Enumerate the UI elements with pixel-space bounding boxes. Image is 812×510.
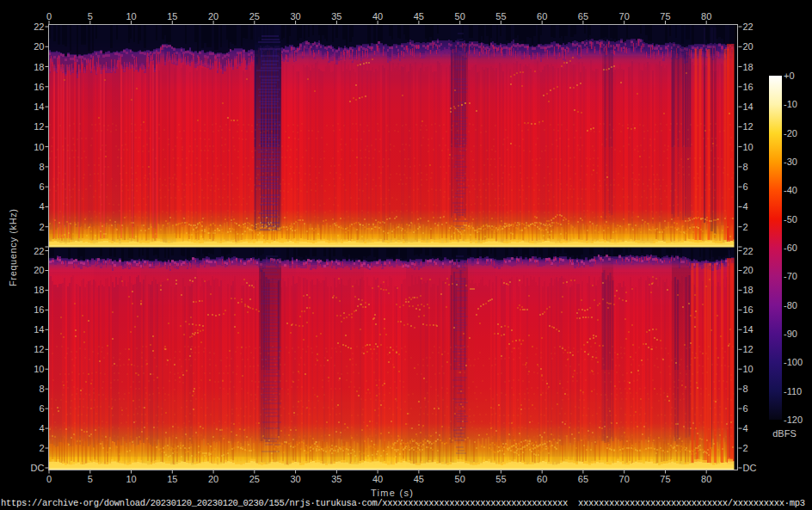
svg-text:8: 8 bbox=[743, 384, 748, 394]
svg-text:4: 4 bbox=[743, 201, 748, 212]
svg-text:https://archive·org/download/2: https://archive·org/download/20230120_20… bbox=[1, 498, 805, 508]
svg-text:10: 10 bbox=[126, 11, 136, 22]
svg-text:22: 22 bbox=[743, 246, 754, 256]
svg-text:80: 80 bbox=[701, 11, 711, 22]
svg-text:45: 45 bbox=[414, 474, 424, 484]
svg-text:20: 20 bbox=[208, 474, 218, 484]
svg-text:65: 65 bbox=[578, 11, 588, 22]
svg-text:18: 18 bbox=[34, 62, 44, 72]
svg-text:8: 8 bbox=[743, 162, 748, 172]
svg-text:30: 30 bbox=[290, 11, 300, 22]
svg-text:20: 20 bbox=[34, 265, 44, 275]
svg-text:6: 6 bbox=[743, 181, 748, 192]
svg-text:55: 55 bbox=[495, 11, 506, 22]
svg-text:-120: -120 bbox=[784, 415, 803, 425]
svg-text:55: 55 bbox=[495, 474, 506, 484]
svg-text:12: 12 bbox=[743, 121, 754, 132]
svg-text:70: 70 bbox=[619, 474, 630, 484]
svg-text:-30: -30 bbox=[784, 157, 797, 167]
svg-text:20: 20 bbox=[743, 265, 754, 275]
svg-text:15: 15 bbox=[167, 11, 177, 22]
svg-text:16: 16 bbox=[743, 82, 754, 92]
svg-text:22: 22 bbox=[34, 22, 44, 32]
svg-text:2: 2 bbox=[39, 222, 44, 232]
svg-text:DC: DC bbox=[31, 463, 45, 473]
svg-text:25: 25 bbox=[249, 474, 260, 484]
svg-text:18: 18 bbox=[743, 62, 754, 72]
svg-text:14: 14 bbox=[743, 101, 754, 112]
svg-text:18: 18 bbox=[34, 285, 44, 295]
svg-text:10: 10 bbox=[743, 142, 754, 152]
svg-text:60: 60 bbox=[537, 474, 547, 484]
svg-text:25: 25 bbox=[249, 11, 260, 22]
svg-text:80: 80 bbox=[701, 474, 711, 484]
svg-text:4: 4 bbox=[743, 423, 748, 433]
svg-text:14: 14 bbox=[34, 324, 44, 335]
svg-text:40: 40 bbox=[372, 474, 383, 484]
svg-text:0: 0 bbox=[46, 11, 52, 22]
svg-text:70: 70 bbox=[619, 11, 630, 22]
svg-text:-100: -100 bbox=[784, 357, 803, 367]
svg-text:75: 75 bbox=[660, 11, 670, 22]
svg-text:50: 50 bbox=[455, 11, 465, 22]
svg-text:10: 10 bbox=[34, 364, 44, 374]
svg-text:20: 20 bbox=[743, 41, 754, 52]
svg-text:10: 10 bbox=[34, 142, 44, 152]
svg-text:50: 50 bbox=[455, 474, 465, 484]
svg-text:-20: -20 bbox=[784, 128, 797, 138]
svg-text:-50: -50 bbox=[784, 214, 797, 224]
svg-text:12: 12 bbox=[743, 344, 754, 354]
svg-text:35: 35 bbox=[331, 474, 341, 484]
svg-text:8: 8 bbox=[39, 384, 44, 394]
svg-text:15: 15 bbox=[167, 474, 177, 484]
svg-text:30: 30 bbox=[290, 474, 300, 484]
svg-text:DC: DC bbox=[743, 463, 757, 473]
svg-text:16: 16 bbox=[743, 304, 754, 315]
svg-text:Time (s): Time (s) bbox=[371, 488, 413, 498]
svg-text:2: 2 bbox=[39, 443, 44, 453]
svg-text:0: 0 bbox=[46, 474, 52, 484]
svg-text:60: 60 bbox=[537, 11, 547, 22]
svg-text:2: 2 bbox=[743, 443, 748, 453]
svg-text:6: 6 bbox=[39, 403, 44, 414]
svg-text:8: 8 bbox=[39, 162, 44, 172]
svg-text:65: 65 bbox=[578, 474, 588, 484]
svg-text:22: 22 bbox=[34, 246, 44, 256]
svg-text:+0: +0 bbox=[784, 71, 795, 81]
svg-text:-70: -70 bbox=[784, 271, 797, 281]
svg-text:20: 20 bbox=[34, 41, 44, 52]
svg-text:6: 6 bbox=[39, 181, 44, 192]
svg-text:5: 5 bbox=[88, 11, 93, 22]
svg-text:-110: -110 bbox=[784, 386, 802, 396]
svg-text:12: 12 bbox=[34, 121, 44, 132]
svg-text:-90: -90 bbox=[784, 329, 797, 339]
svg-text:18: 18 bbox=[743, 285, 754, 295]
svg-text:10: 10 bbox=[126, 474, 136, 484]
svg-text:5: 5 bbox=[88, 474, 93, 484]
svg-text:-10: -10 bbox=[784, 99, 797, 109]
svg-text:Frequency (kHz): Frequency (kHz) bbox=[8, 209, 18, 286]
svg-text:20: 20 bbox=[208, 11, 218, 22]
svg-text:6: 6 bbox=[743, 403, 748, 414]
svg-text:4: 4 bbox=[39, 423, 44, 433]
svg-text:14: 14 bbox=[34, 101, 44, 112]
svg-text:35: 35 bbox=[331, 11, 341, 22]
svg-text:10: 10 bbox=[743, 364, 754, 374]
svg-text:12: 12 bbox=[34, 344, 44, 354]
svg-text:16: 16 bbox=[34, 304, 44, 315]
svg-text:4: 4 bbox=[39, 201, 44, 212]
svg-text:75: 75 bbox=[660, 474, 670, 484]
svg-text:16: 16 bbox=[34, 82, 44, 92]
svg-text:-60: -60 bbox=[784, 243, 797, 253]
svg-text:2: 2 bbox=[743, 222, 748, 232]
svg-text:-40: -40 bbox=[784, 185, 797, 195]
svg-text:14: 14 bbox=[743, 324, 754, 335]
svg-text:dBFS: dBFS bbox=[772, 428, 797, 439]
svg-text:-80: -80 bbox=[784, 300, 797, 310]
svg-text:45: 45 bbox=[414, 11, 424, 22]
svg-text:22: 22 bbox=[743, 22, 754, 32]
svg-text:40: 40 bbox=[372, 11, 383, 22]
